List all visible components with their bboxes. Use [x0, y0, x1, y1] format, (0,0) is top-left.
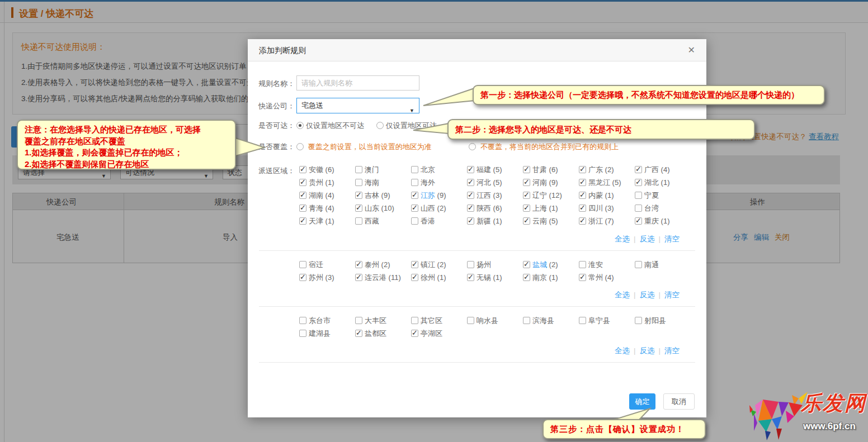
region-option[interactable]: 江苏 (9) — [411, 191, 467, 201]
checkbox-icon[interactable] — [579, 261, 586, 268]
region-option[interactable]: 徐州 (1) — [411, 273, 467, 283]
checkbox-icon[interactable] — [579, 192, 586, 199]
checkbox-icon[interactable] — [467, 274, 474, 281]
region-option[interactable]: 滨海县 — [523, 316, 579, 326]
checkbox-icon[interactable] — [635, 166, 642, 173]
checkbox-icon[interactable] — [467, 166, 474, 173]
express-company-select[interactable]: 宅急送▼ — [296, 98, 419, 113]
region-option[interactable]: 香港 — [411, 216, 467, 226]
region-option[interactable]: 镇江 (2) — [411, 260, 467, 270]
select-all-link[interactable]: 全选 — [615, 346, 630, 355]
checkbox-icon[interactable] — [355, 330, 362, 337]
select-all-link[interactable]: 全选 — [615, 291, 630, 299]
region-option[interactable]: 广西 (4) — [635, 165, 691, 175]
region-option[interactable]: 河北 (5) — [467, 178, 523, 188]
region-option[interactable]: 北京 — [411, 165, 467, 175]
checkbox-icon[interactable] — [467, 179, 474, 186]
region-option[interactable]: 四川 (3) — [579, 203, 635, 213]
checkbox-icon[interactable] — [411, 192, 418, 199]
checkbox-icon[interactable] — [635, 205, 642, 212]
region-option[interactable]: 江西 (3) — [467, 191, 523, 201]
region-option[interactable]: 其它区 — [411, 316, 467, 326]
region-option[interactable]: 福建 (5) — [467, 165, 523, 175]
checkbox-icon[interactable] — [467, 217, 474, 225]
checkbox-icon[interactable] — [635, 261, 642, 268]
invert-select-link[interactable]: 反选 — [639, 235, 654, 243]
checkbox-icon[interactable] — [299, 179, 306, 186]
checkbox-icon[interactable] — [299, 317, 306, 324]
region-option[interactable]: 上海 (1) — [523, 203, 579, 213]
region-option[interactable]: 海南 — [355, 178, 411, 188]
region-option[interactable]: 山西 (2) — [411, 203, 467, 213]
checkbox-icon[interactable] — [523, 166, 530, 173]
region-option[interactable]: 盐都区 — [355, 329, 411, 339]
region-option[interactable]: 山东 (10) — [355, 203, 411, 213]
region-option[interactable]: 河南 (9) — [523, 178, 579, 188]
checkbox-icon[interactable] — [523, 217, 530, 225]
region-option[interactable]: 大丰区 — [355, 316, 411, 326]
region-option[interactable]: 吉林 (9) — [355, 191, 411, 201]
region-option[interactable]: 海外 — [411, 178, 467, 188]
clear-link[interactable]: 清空 — [664, 291, 680, 299]
cancel-button[interactable]: 取消 — [663, 393, 695, 410]
checkbox-icon[interactable] — [523, 317, 530, 324]
region-option[interactable]: 浙江 (7) — [579, 216, 635, 226]
checkbox-icon[interactable] — [355, 274, 362, 281]
region-option[interactable]: 泰州 (2) — [355, 260, 411, 270]
region-option[interactable]: 南通 — [635, 260, 691, 270]
checkbox-icon[interactable] — [523, 192, 530, 199]
region-option[interactable]: 南京 (1) — [523, 273, 579, 283]
radio-icon[interactable] — [296, 122, 304, 129]
region-option[interactable]: 陕西 (6) — [467, 203, 523, 213]
checkbox-icon[interactable] — [355, 261, 362, 268]
checkbox-icon[interactable] — [411, 317, 418, 324]
region-option[interactable]: 湖北 (1) — [635, 178, 691, 188]
checkbox-icon[interactable] — [299, 166, 306, 173]
checkbox-icon[interactable] — [635, 179, 642, 186]
checkbox-icon[interactable] — [411, 179, 418, 186]
checkbox-icon[interactable] — [523, 205, 530, 212]
checkbox-icon[interactable] — [299, 261, 306, 268]
region-option[interactable]: 天津 (1) — [299, 216, 355, 226]
checkbox-icon[interactable] — [299, 217, 306, 225]
region-option[interactable]: 东台市 — [299, 316, 355, 326]
checkbox-icon[interactable] — [579, 166, 586, 173]
checkbox-icon[interactable] — [355, 217, 362, 225]
radio-unreachable[interactable]: 仅设置地区不可达 — [296, 121, 364, 130]
checkbox-icon[interactable] — [579, 274, 586, 281]
checkbox-icon[interactable] — [355, 192, 362, 199]
radio-override[interactable]: 覆盖之前设置，以当前设置的地区为准 — [296, 142, 432, 151]
region-option[interactable]: 云南 (5) — [523, 216, 579, 226]
radio-icon[interactable] — [469, 143, 476, 150]
region-option[interactable]: 贵州 (1) — [299, 178, 355, 188]
checkbox-icon[interactable] — [635, 192, 642, 199]
checkbox-icon[interactable] — [355, 205, 362, 212]
checkbox-icon[interactable] — [579, 317, 586, 324]
select-all-link[interactable]: 全选 — [615, 235, 630, 243]
radio-no-override[interactable]: 不覆盖，将当前的地区合并到已有的规则上 — [469, 142, 619, 151]
invert-select-link[interactable]: 反选 — [639, 346, 654, 355]
checkbox-icon[interactable] — [523, 261, 530, 268]
checkbox-icon[interactable] — [411, 330, 418, 337]
clear-link[interactable]: 清空 — [664, 235, 680, 243]
clear-link[interactable]: 清空 — [664, 346, 680, 355]
region-option[interactable]: 苏州 (3) — [299, 273, 355, 283]
region-option[interactable]: 新疆 (1) — [467, 216, 523, 226]
region-option[interactable]: 内蒙 (1) — [579, 191, 635, 201]
region-option[interactable]: 建湖县 — [299, 329, 355, 339]
region-option[interactable]: 甘肃 (6) — [523, 165, 579, 175]
checkbox-icon[interactable] — [355, 317, 362, 324]
region-option[interactable]: 宁夏 — [635, 191, 691, 201]
region-option[interactable]: 西藏 — [355, 216, 411, 226]
checkbox-icon[interactable] — [355, 166, 362, 173]
region-option[interactable]: 射阳县 — [635, 316, 691, 326]
checkbox-icon[interactable] — [523, 274, 530, 281]
checkbox-icon[interactable] — [467, 261, 474, 268]
radio-icon[interactable] — [376, 122, 384, 129]
region-option[interactable]: 淮安 — [579, 260, 635, 270]
region-option[interactable]: 常州 (4) — [579, 273, 635, 283]
region-option[interactable]: 辽宁 (12) — [523, 191, 579, 201]
region-option[interactable]: 安徽 (6) — [299, 165, 355, 175]
region-option[interactable]: 青海 (4) — [299, 203, 355, 213]
region-option[interactable]: 连云港 (11) — [355, 273, 411, 283]
